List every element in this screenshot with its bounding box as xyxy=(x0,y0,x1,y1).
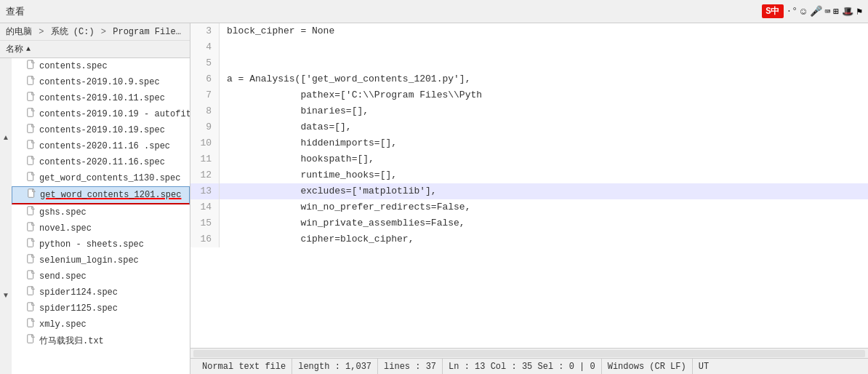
line-content[interactable] xyxy=(220,55,227,71)
file-icon xyxy=(26,76,39,89)
file-icon xyxy=(26,254,39,267)
code-line: 13 excludes=['matplotlib'], xyxy=(190,183,868,199)
line-number: 14 xyxy=(190,199,220,215)
code-line: 11 hookspath=[], xyxy=(190,151,868,167)
column-name-label: 名称 xyxy=(6,43,23,55)
column-header: 名称 ▲ xyxy=(0,41,190,58)
line-content[interactable]: pathex=['C:\\Program Files\\Pyth xyxy=(220,87,482,103)
line-content[interactable]: win_no_prefer_redirects=False, xyxy=(220,199,470,215)
file-icon xyxy=(26,108,39,121)
line-number: 8 xyxy=(190,103,220,119)
file-item[interactable]: contents-2019.10.19 - autofit.sp xyxy=(12,106,190,122)
smiley-icon[interactable]: ☺ xyxy=(800,6,806,17)
line-number: 11 xyxy=(190,151,220,167)
file-name: xmly.spec xyxy=(39,319,87,330)
top-toolbar: 查看 S中 ·° ☺ 🎤 ⌨ ⊞ 🎩 ⚑ xyxy=(0,0,868,23)
file-icon xyxy=(26,156,39,169)
file-icon xyxy=(26,60,39,73)
file-name: spider1124.spec xyxy=(39,287,118,298)
file-item[interactable]: selenium_login.spec xyxy=(12,252,190,268)
file-item[interactable]: novel.spec xyxy=(12,220,190,236)
file-item[interactable]: send.spec xyxy=(12,268,190,285)
top-bar-icons: S中 ·° ☺ 🎤 ⌨ ⊞ 🎩 ⚑ xyxy=(762,4,862,18)
file-name: python - sheets.spec xyxy=(39,239,144,250)
status-bar: Normal text file length : 1,037 lines : … xyxy=(190,358,868,374)
line-content[interactable]: runtime_hooks=[], xyxy=(220,167,397,183)
file-icon xyxy=(26,222,39,235)
line-number: 7 xyxy=(190,87,220,103)
file-icon xyxy=(26,286,39,299)
code-line: 3block_cipher = None xyxy=(190,23,868,39)
file-item[interactable]: contents-2020.11.16.spec xyxy=(12,154,190,170)
file-item[interactable]: contents-2019.10.11.spec xyxy=(12,90,190,106)
code-line: 6a = Analysis(['get_word_contents_1201.p… xyxy=(190,71,868,87)
file-icon xyxy=(26,206,39,219)
file-item[interactable]: gshs.spec xyxy=(12,204,190,220)
breadcrumb-sep2: > xyxy=(101,27,111,37)
main-area: 的电脑 > 系统 (C:) > Program Files > Pyt 名称 ▲… xyxy=(0,23,868,374)
line-number: 5 xyxy=(190,55,220,71)
file-item[interactable]: python - sheets.spec xyxy=(12,236,190,252)
file-name: get_word_contents_1201.spec xyxy=(40,190,181,200)
sidebar: 的电脑 > 系统 (C:) > Program Files > Pyt 名称 ▲… xyxy=(0,23,190,374)
line-content[interactable]: cipher=block_cipher, xyxy=(220,231,414,247)
breadcrumb: 的电脑 > 系统 (C:) > Program Files > Pyt xyxy=(0,23,190,41)
file-item[interactable]: contents-2019.10.19.spec xyxy=(12,122,190,138)
file-item[interactable]: 竹马载我归.txt xyxy=(12,333,190,349)
flag-icon[interactable]: ⚑ xyxy=(856,6,862,17)
file-item[interactable]: contents-2020.11.16 .spec xyxy=(12,138,190,154)
line-content[interactable]: datas=[], xyxy=(220,119,352,135)
breadcrumb-home: 的电脑 xyxy=(6,27,32,37)
sogou-icon[interactable]: S中 xyxy=(762,4,783,18)
status-line-ending: Windows (CR LF) xyxy=(602,359,693,374)
line-content[interactable] xyxy=(220,39,227,55)
hat-icon[interactable]: 🎩 xyxy=(842,6,853,17)
code-editor: 3block_cipher = None456a = Analysis(['ge… xyxy=(190,23,868,374)
h-scroll-track[interactable] xyxy=(193,350,865,357)
file-icon xyxy=(26,124,39,137)
file-icon xyxy=(26,140,39,153)
code-line: 14 win_no_prefer_redirects=False, xyxy=(190,199,868,215)
line-number: 4 xyxy=(190,39,220,55)
line-content[interactable]: hookspath=[], xyxy=(220,151,374,167)
breadcrumb-pf: Program Files xyxy=(113,27,181,37)
horizontal-scrollbar[interactable] xyxy=(190,348,868,358)
line-content[interactable]: excludes=['matplotlib'], xyxy=(220,183,437,199)
scroll-up-btn[interactable]: ▲ xyxy=(0,58,12,216)
file-item[interactable]: spider1124.spec xyxy=(12,285,190,301)
view-label: 查看 xyxy=(6,5,25,18)
keyboard-icon[interactable]: ⌨ xyxy=(825,6,831,17)
sort-icon: ▲ xyxy=(26,45,31,53)
dot-icon: ·° xyxy=(787,6,798,17)
file-icon xyxy=(26,318,39,331)
file-icon xyxy=(26,270,39,283)
line-number: 9 xyxy=(190,119,220,135)
file-item[interactable]: contents.spec xyxy=(12,58,190,74)
scroll-down-btn[interactable]: ▼ xyxy=(0,216,12,374)
code-line: 16 cipher=block_cipher, xyxy=(190,231,868,247)
file-name: spider1125.spec xyxy=(39,303,118,314)
file-item[interactable]: spider1125.spec xyxy=(12,301,190,317)
line-number: 12 xyxy=(190,167,220,183)
status-length: length : 1,037 xyxy=(292,359,378,374)
line-content[interactable]: a = Analysis(['get_word_contents_1201.py… xyxy=(220,71,470,87)
sidebar-content-wrapper: ▲ ▼ contents.spec contents-2019.10.9.spe… xyxy=(0,58,190,374)
code-line: 10 hiddenimports=[], xyxy=(190,135,868,151)
code-line: 9 datas=[], xyxy=(190,119,868,135)
file-item[interactable]: get_word_contents_1130.spec xyxy=(12,170,190,186)
sidebar-scroll-arrows: ▲ ▼ xyxy=(0,58,12,374)
line-content[interactable]: binaries=[], xyxy=(220,103,369,119)
file-icon xyxy=(26,172,39,185)
status-position: Ln : 13 Col : 35 Sel : 0 | 0 xyxy=(443,359,602,374)
file-item[interactable]: xmly.spec xyxy=(12,317,190,333)
file-item[interactable]: contents-2019.10.9.spec xyxy=(12,74,190,90)
line-content[interactable]: win_private_assemblies=False, xyxy=(220,215,465,231)
file-item[interactable]: get_word_contents_1201.spec xyxy=(12,186,190,204)
file-name: gshs.spec xyxy=(39,207,87,218)
line-content[interactable]: hiddenimports=[], xyxy=(220,135,397,151)
line-content[interactable]: block_cipher = None xyxy=(220,23,334,39)
mic-icon[interactable]: 🎤 xyxy=(810,5,822,17)
file-name: 竹马载我归.txt xyxy=(39,335,104,347)
code-line: 8 binaries=[], xyxy=(190,103,868,119)
grid-icon[interactable]: ⊞ xyxy=(833,6,839,17)
